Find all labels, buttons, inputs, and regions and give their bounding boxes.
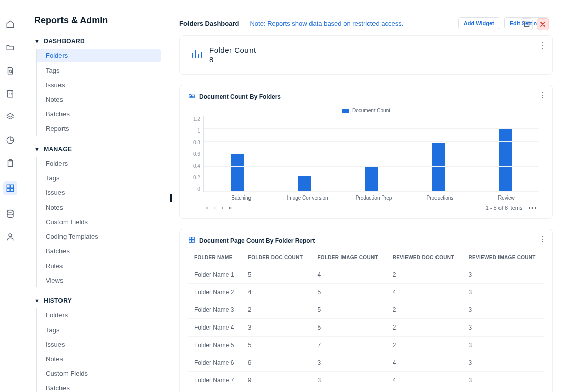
sidebar-item-batches[interactable]: Batches bbox=[37, 244, 161, 258]
table-card-title: Document Page Count By Folder Report bbox=[199, 237, 315, 244]
table-cell: 4 bbox=[387, 284, 463, 301]
table-row[interactable]: Folder Name 79343 bbox=[188, 372, 544, 389]
sidebar-item-tags[interactable]: Tags bbox=[37, 63, 161, 77]
table-cell: Folder Name 7 bbox=[188, 372, 242, 389]
table-cell: 2 bbox=[242, 301, 311, 319]
table-cell: 5 bbox=[242, 266, 311, 284]
sidebar-item-batches[interactable]: Batches bbox=[37, 107, 161, 121]
sidebar-item-folders[interactable]: Folders bbox=[37, 49, 161, 62]
section-header-history[interactable]: ▼HISTORY bbox=[34, 297, 161, 304]
folder-count-card: ⋮ Folder Count 8 bbox=[179, 35, 553, 75]
dashboard-icon[interactable] bbox=[3, 181, 17, 195]
col-reviewed-image-count[interactable]: REVIEWED IMAGE COUNT bbox=[463, 250, 544, 266]
x-tick: Image Conversion bbox=[274, 195, 340, 201]
folder-icon[interactable] bbox=[5, 42, 15, 52]
sidebar-item-notes[interactable]: Notes bbox=[37, 352, 161, 366]
pager-first-icon[interactable]: « bbox=[205, 204, 209, 211]
table-row[interactable]: Folder Name 15423 bbox=[188, 266, 544, 284]
add-widget-button[interactable]: Add Widget bbox=[458, 17, 500, 29]
section-header-manage[interactable]: ▼MANAGE bbox=[34, 146, 161, 153]
sidebar-item-coding-templates[interactable]: Coding Templates bbox=[37, 230, 161, 243]
section-label: HISTORY bbox=[44, 297, 72, 304]
maximize-button[interactable] bbox=[521, 18, 533, 30]
svg-rect-27 bbox=[189, 237, 192, 240]
bar-productions[interactable] bbox=[405, 116, 472, 192]
card-menu-icon[interactable]: ⋮ bbox=[539, 234, 546, 244]
col-folder-doc-count[interactable]: FOLDER DOC COUNT bbox=[242, 250, 311, 266]
y-tick: 1.2 bbox=[193, 116, 200, 122]
sidebar-item-issues[interactable]: Issues bbox=[37, 78, 161, 92]
building-icon[interactable] bbox=[5, 89, 15, 99]
sidebar-item-views[interactable]: Views bbox=[37, 274, 161, 287]
sidebar-item-tags[interactable]: Tags bbox=[37, 171, 161, 185]
sidebar-resize-handle[interactable] bbox=[170, 194, 172, 202]
bar-batching[interactable] bbox=[204, 116, 271, 192]
sidebar-item-issues[interactable]: Issues bbox=[37, 186, 161, 200]
svg-rect-15 bbox=[7, 189, 10, 192]
database-icon[interactable] bbox=[5, 209, 15, 219]
page-title: Reports & Admin bbox=[34, 15, 161, 26]
table-cell: 4 bbox=[242, 389, 311, 393]
home-icon[interactable] bbox=[5, 19, 15, 29]
grid-icon bbox=[188, 236, 195, 245]
table-row[interactable]: Folder Name 55723 bbox=[188, 337, 544, 354]
x-tick: Production Prep bbox=[341, 195, 407, 201]
legend-label: Document Count bbox=[352, 108, 390, 113]
pager-more-icon[interactable]: ••• bbox=[528, 205, 537, 211]
card-menu-icon[interactable]: ⋮ bbox=[539, 90, 546, 100]
y-tick: 1 bbox=[197, 128, 200, 134]
table-row[interactable]: Folder Name 43523 bbox=[188, 319, 544, 337]
pager-range-text: 1 - 5 of 8 items bbox=[486, 205, 523, 211]
bar-image-conversion[interactable] bbox=[271, 116, 338, 192]
layers-icon[interactable] bbox=[5, 112, 15, 122]
sidebar-item-folders[interactable]: Folders bbox=[37, 308, 161, 322]
chart-legend: Document Count bbox=[193, 108, 539, 113]
y-tick: 0.6 bbox=[193, 151, 200, 157]
svg-point-17 bbox=[7, 210, 13, 213]
table-row[interactable]: Folder Name 841123 bbox=[188, 389, 544, 393]
section-header-dashboard[interactable]: ▼DASHBOARD bbox=[34, 38, 161, 45]
col-folder-name[interactable]: FOLDER NAME bbox=[188, 250, 242, 266]
table-row[interactable]: Folder Name 24543 bbox=[188, 284, 544, 301]
table-cell: Folder Name 8 bbox=[188, 389, 242, 393]
pager-last-icon[interactable]: » bbox=[228, 204, 232, 211]
table-cell: 5 bbox=[311, 301, 386, 319]
sidebar-item-custom-fields[interactable]: Custom Fields bbox=[37, 367, 161, 380]
svg-rect-19 bbox=[525, 22, 529, 27]
table-cell: 5 bbox=[311, 284, 386, 301]
table-cell: 9 bbox=[242, 372, 311, 389]
table-cell: 2 bbox=[387, 266, 463, 284]
col-reviewed-doc-count[interactable]: REVIEWED DOC COUNT bbox=[387, 250, 463, 266]
user-icon[interactable] bbox=[5, 232, 15, 242]
sidebar-item-notes[interactable]: Notes bbox=[37, 201, 161, 214]
sidebar-item-notes[interactable]: Notes bbox=[37, 93, 161, 106]
sidebar-item-folders[interactable]: Folders bbox=[37, 157, 161, 170]
search-file-icon[interactable] bbox=[5, 66, 15, 76]
caret-down-icon: ▼ bbox=[34, 298, 40, 304]
sidebar-item-issues[interactable]: Issues bbox=[37, 338, 161, 351]
sidebar-item-reports[interactable]: Reports bbox=[37, 122, 161, 136]
chart-folder-icon bbox=[188, 92, 195, 101]
table-cell: Folder Name 6 bbox=[188, 354, 242, 372]
table-row[interactable]: Folder Name 66343 bbox=[188, 354, 544, 372]
sidebar-item-tags[interactable]: Tags bbox=[37, 323, 161, 337]
card-menu-icon[interactable]: ⋮ bbox=[539, 41, 546, 50]
svg-rect-26 bbox=[193, 96, 193, 97]
table-cell: 3 bbox=[463, 319, 544, 337]
pager-prev-icon[interactable]: ‹ bbox=[214, 204, 216, 211]
table-cell: 2 bbox=[387, 301, 463, 319]
x-tick: Review bbox=[473, 195, 539, 201]
sidebar-item-rules[interactable]: Rules bbox=[37, 259, 161, 273]
chart-card-title: Document Count By Folders bbox=[199, 93, 281, 100]
pager-next-icon[interactable]: › bbox=[221, 204, 223, 211]
bar-chart-icon bbox=[190, 48, 202, 62]
bar-review[interactable] bbox=[472, 116, 539, 192]
bar-production-prep[interactable] bbox=[338, 116, 405, 192]
close-button[interactable] bbox=[537, 18, 549, 30]
col-folder-image-count[interactable]: FOLDER IMAGE COUNT bbox=[311, 250, 386, 266]
table-row[interactable]: Folder Name 32523 bbox=[188, 301, 544, 319]
sidebar-item-custom-fields[interactable]: Custom Fields bbox=[37, 215, 161, 229]
pie-icon[interactable] bbox=[5, 135, 15, 145]
sidebar-item-batches[interactable]: Batches bbox=[37, 381, 161, 392]
clipboard-icon[interactable] bbox=[5, 158, 15, 168]
